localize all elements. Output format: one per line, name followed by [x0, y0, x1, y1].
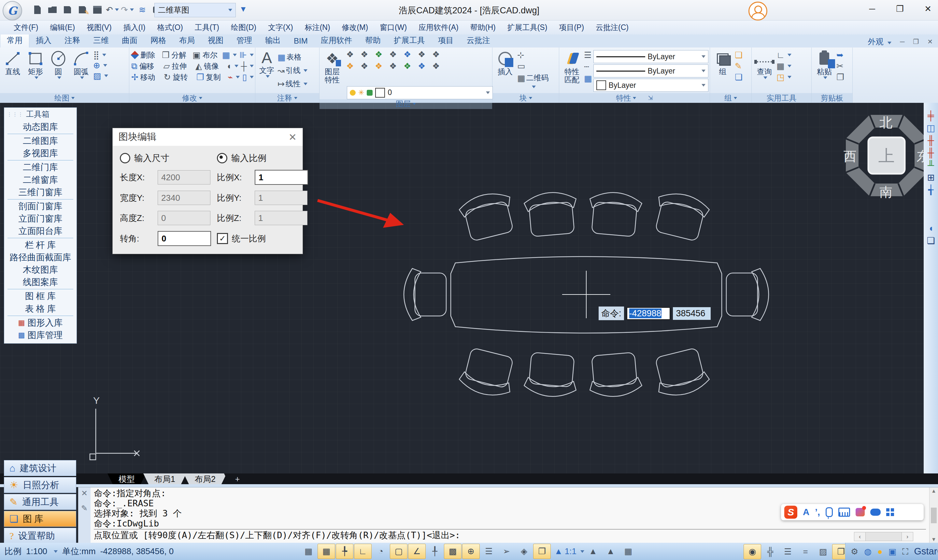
toolbox-item-dynamic[interactable]: 动态图库: [6, 121, 75, 133]
annotation-visibility-toggle[interactable]: ▲: [585, 544, 602, 559]
crosshair-toggle[interactable]: ╬: [762, 545, 779, 559]
rotate-button[interactable]: ↻旋转: [164, 72, 194, 83]
panel-label-block[interactable]: 块: [492, 93, 559, 103]
bulb-icon[interactable]: ●: [878, 547, 882, 556]
redo-icon[interactable]: ↷: [122, 5, 132, 15]
scroll-down-icon[interactable]: ▼: [931, 537, 936, 542]
scale-value[interactable]: 1:100: [26, 546, 47, 557]
toolbox-item-elevation[interactable]: 立面门窗库: [6, 212, 75, 225]
quick-select-button[interactable]: ◳: [776, 73, 791, 82]
new-file-icon[interactable]: [32, 5, 42, 15]
save-as-icon[interactable]: ✎: [77, 5, 87, 15]
menu-help[interactable]: 帮助(H): [470, 22, 496, 32]
export-icon[interactable]: ➥: [836, 51, 844, 59]
layer-tool-icon[interactable]: ❖: [346, 62, 361, 74]
offset-button[interactable]: ⧉偏移: [131, 60, 160, 72]
linetype-select[interactable]: ByLayer: [593, 65, 708, 77]
menu-file[interactable]: 文件(F): [14, 22, 38, 32]
copy-button[interactable]: ❐复制: [196, 72, 225, 83]
tab-manage[interactable]: 管理: [230, 33, 259, 48]
tab-3d[interactable]: 三维: [86, 33, 115, 48]
height-z-field[interactable]: 0: [157, 211, 210, 225]
scroll-up-icon[interactable]: ▲: [931, 488, 936, 494]
layer-on-icon[interactable]: [350, 90, 356, 96]
toolbox-item-balcony[interactable]: 立面阳台库: [6, 225, 75, 237]
axis-add-icon[interactable]: ╫: [927, 148, 934, 157]
axis-grid-icon[interactable]: ╪: [927, 111, 934, 120]
column-tool-icon[interactable]: ⊞: [927, 173, 935, 182]
beam-tool-icon[interactable]: ╅: [928, 186, 934, 195]
osnap-3d-toggle[interactable]: ╀: [426, 544, 443, 559]
canvas-horizontal-scrollbar[interactable]: [0, 484, 938, 487]
menu-cloud[interactable]: 云批注(C): [596, 22, 629, 32]
break-button[interactable]: ┼: [241, 60, 254, 72]
menu-express[interactable]: 扩展工具(S): [508, 22, 548, 32]
cut-icon[interactable]: ✂: [836, 62, 844, 70]
dialog-launcher-icon[interactable]: ⇲: [648, 94, 653, 102]
lineweight-list-icon[interactable]: ☰: [584, 51, 592, 59]
panel-label-draw[interactable]: 绘图: [0, 93, 129, 103]
coordinate-x-input[interactable]: -428988: [626, 307, 670, 320]
match-properties-button[interactable]: 特性 匹配: [561, 49, 583, 93]
toolbox-item-manager[interactable]: ▩图库管理: [6, 329, 75, 342]
doc-restore-button[interactable]: ❐: [913, 38, 919, 46]
undo-icon[interactable]: ↶: [108, 5, 117, 15]
tab-home[interactable]: 常用: [0, 33, 29, 48]
toolbox-item-3d-doorwin[interactable]: 三维门窗库: [6, 186, 75, 198]
menu-window[interactable]: 窗口(W): [380, 22, 407, 32]
gamepad-icon[interactable]: [870, 509, 881, 516]
layer-tool-icon[interactable]: ❖: [361, 50, 375, 62]
point-style-button[interactable]: ⣿: [93, 51, 108, 59]
sogou-logo-icon[interactable]: S: [784, 506, 797, 518]
layer-lock-icon[interactable]: [367, 90, 373, 96]
app-logo-icon[interactable]: G: [3, 1, 22, 20]
floating-command-input[interactable]: 命令: -428988 385456: [599, 306, 711, 320]
panel-label-clipboard[interactable]: 剪贴板: [811, 93, 852, 103]
hardware-zoom-icon[interactable]: ▣: [889, 547, 896, 556]
move-button[interactable]: ✢移动: [131, 72, 161, 83]
table-toggle[interactable]: ▦: [620, 544, 637, 559]
layer-tool-icon[interactable]: ❖: [404, 50, 418, 62]
close-button[interactable]: ✕: [924, 4, 932, 14]
toolbox-item-table[interactable]: 表 格 库: [6, 303, 75, 315]
command-close-icon[interactable]: ✕: [81, 489, 88, 498]
text-button[interactable]: A 文字: [257, 49, 276, 93]
layer-tool-icon[interactable]: ❖: [418, 50, 432, 62]
rectangle-button[interactable]: 矩形: [25, 49, 46, 93]
panel-label-layer[interactable]: 图层: [319, 99, 492, 109]
tab-view[interactable]: 视图: [201, 33, 230, 48]
module-general-tools[interactable]: ✎通用工具: [4, 494, 76, 510]
polar-toggle[interactable]: ◔: [372, 544, 389, 559]
menu-project[interactable]: 项目(P): [559, 22, 584, 32]
ime-punctuation-icon[interactable]: ’,: [815, 507, 820, 517]
microphone-icon[interactable]: [825, 507, 833, 517]
group-button[interactable]: 组: [712, 49, 733, 93]
workspace-select[interactable]: 二维草图: [154, 3, 236, 17]
uniform-scale-option[interactable]: ✓ 统一比例: [217, 231, 308, 246]
layer-flash-toggle[interactable]: ◈: [515, 544, 532, 559]
panel-label-group[interactable]: 组: [710, 93, 751, 103]
lineweight-select[interactable]: ByLayer: [593, 79, 708, 92]
ime-menu-icon[interactable]: [886, 508, 894, 516]
toolbox-item-2d-door[interactable]: 二维门库: [6, 161, 75, 174]
attribute-button[interactable]: ▭: [517, 62, 549, 70]
tab-bim[interactable]: BIM: [287, 34, 314, 48]
command-vertical-scrollbar[interactable]: ▲ ▼: [929, 488, 938, 543]
tab-insert[interactable]: 插入: [29, 33, 58, 48]
annotation-scale-value[interactable]: 1:1: [565, 546, 577, 557]
customize-qat-icon[interactable]: ▼: [239, 5, 247, 14]
qrcode-button[interactable]: ▦二维码: [517, 73, 549, 83]
paste-button[interactable]: 粘贴: [814, 49, 835, 93]
command-edit-icon[interactable]: ✎: [81, 504, 88, 513]
layer-tool-icon[interactable]: ❖: [389, 50, 404, 62]
toolbox-item-section[interactable]: 剖面门窗库: [6, 200, 75, 212]
osnap-toggle[interactable]: ▢: [390, 544, 407, 559]
tab-project[interactable]: 项目: [432, 33, 460, 48]
boolean-button[interactable]: ▣布尔: [193, 49, 219, 60]
center-snap-toggle[interactable]: ⊕: [462, 544, 480, 559]
copy-mode-toggle[interactable]: ❐: [533, 544, 551, 559]
trim-button[interactable]: ⌁: [228, 72, 240, 83]
toolbox-item-linepattern[interactable]: 线图案库: [6, 276, 75, 288]
layer-tool-icon[interactable]: ❖: [418, 62, 432, 74]
tab-model[interactable]: 模型: [108, 474, 146, 484]
